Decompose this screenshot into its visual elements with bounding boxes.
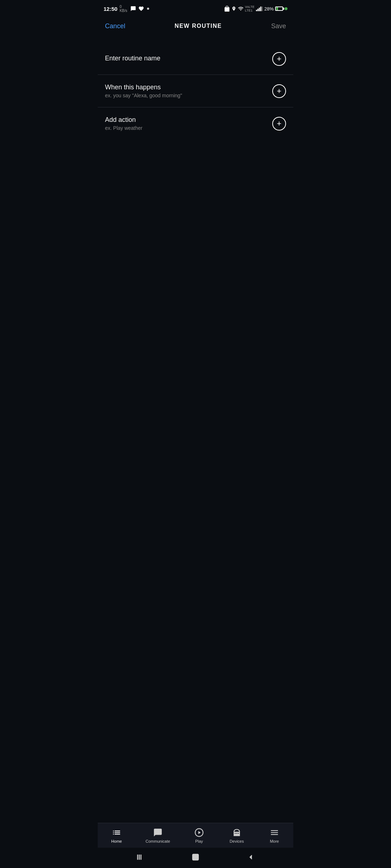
wifi-icon xyxy=(238,6,244,12)
svg-rect-2 xyxy=(139,855,140,860)
header: Cancel NEW ROUTINE Save xyxy=(98,16,293,36)
status-left: 12:50 0KB/s xyxy=(104,5,149,13)
play-icon xyxy=(194,827,204,838)
nav-item-play[interactable]: Play xyxy=(188,826,211,845)
routine-name-label: Enter routine name xyxy=(105,55,272,62)
health-icon xyxy=(138,6,144,12)
back-button[interactable] xyxy=(247,853,255,861)
play-label: Play xyxy=(195,839,203,843)
volte-indicator: VoLTELTE1 xyxy=(245,5,255,12)
add-action-button[interactable]: + xyxy=(272,117,286,131)
svg-rect-3 xyxy=(140,855,142,860)
devices-label: Devices xyxy=(230,839,244,843)
communicate-icon xyxy=(153,827,163,838)
add-trigger-button[interactable]: + xyxy=(272,84,286,98)
status-time: 12:50 xyxy=(104,6,117,12)
plus-icon: + xyxy=(277,55,282,63)
nav-items: Home Communicate Play xyxy=(98,826,293,845)
home-label: Home xyxy=(111,839,122,843)
page-title: NEW ROUTINE xyxy=(175,23,222,29)
battery-icon xyxy=(275,7,283,11)
plus-icon-3: + xyxy=(277,120,282,128)
home-button[interactable] xyxy=(192,853,199,861)
dot-indicator xyxy=(147,8,149,10)
cancel-button[interactable]: Cancel xyxy=(105,22,125,30)
green-dot xyxy=(285,7,287,10)
main-content: Enter routine name + When this happens e… xyxy=(98,36,293,823)
recent-apps-button[interactable] xyxy=(136,853,144,861)
more-label: More xyxy=(270,839,279,843)
communicate-label: Communicate xyxy=(146,839,170,843)
plus-icon-2: + xyxy=(277,87,282,95)
when-happens-subtitle: ex. you say "Alexa, good morning" xyxy=(105,93,272,98)
add-action-text: Add action ex. Play weather xyxy=(105,116,272,131)
location-icon xyxy=(231,6,236,11)
nav-item-devices[interactable]: Devices xyxy=(225,826,248,845)
when-happens-title: When this happens xyxy=(105,84,272,91)
add-action-row[interactable]: Add action ex. Play weather + xyxy=(98,107,293,140)
add-action-title: Add action xyxy=(105,116,272,124)
routine-name-row[interactable]: Enter routine name + xyxy=(98,43,293,75)
add-routine-name-button[interactable]: + xyxy=(272,52,286,66)
devices-icon xyxy=(232,827,242,838)
nav-item-more[interactable]: More xyxy=(263,826,286,845)
nav-item-communicate[interactable]: Communicate xyxy=(143,826,173,845)
system-nav xyxy=(98,848,293,868)
when-happens-text: When this happens ex. you say "Alexa, go… xyxy=(105,84,272,98)
signal-bars xyxy=(256,6,263,11)
more-icon xyxy=(269,827,279,838)
status-bar: 12:50 0KB/s VoLTELTE1 xyxy=(98,0,293,16)
status-right: VoLTELTE1 28% xyxy=(224,5,287,12)
bag-icon xyxy=(224,6,230,12)
save-button[interactable]: Save xyxy=(271,22,286,30)
nav-item-home[interactable]: Home xyxy=(105,826,128,845)
when-happens-row[interactable]: When this happens ex. you say "Alexa, go… xyxy=(98,75,293,107)
add-action-subtitle: ex. Play weather xyxy=(105,125,272,131)
home-icon xyxy=(112,827,122,838)
data-speed: 0KB/s xyxy=(119,5,127,13)
routine-name-text: Enter routine name xyxy=(105,55,272,64)
svg-rect-4 xyxy=(193,854,199,860)
bottom-nav: Home Communicate Play xyxy=(98,823,293,848)
message-icon xyxy=(130,6,136,12)
battery-percentage: 28% xyxy=(264,6,274,12)
svg-rect-1 xyxy=(137,855,138,860)
